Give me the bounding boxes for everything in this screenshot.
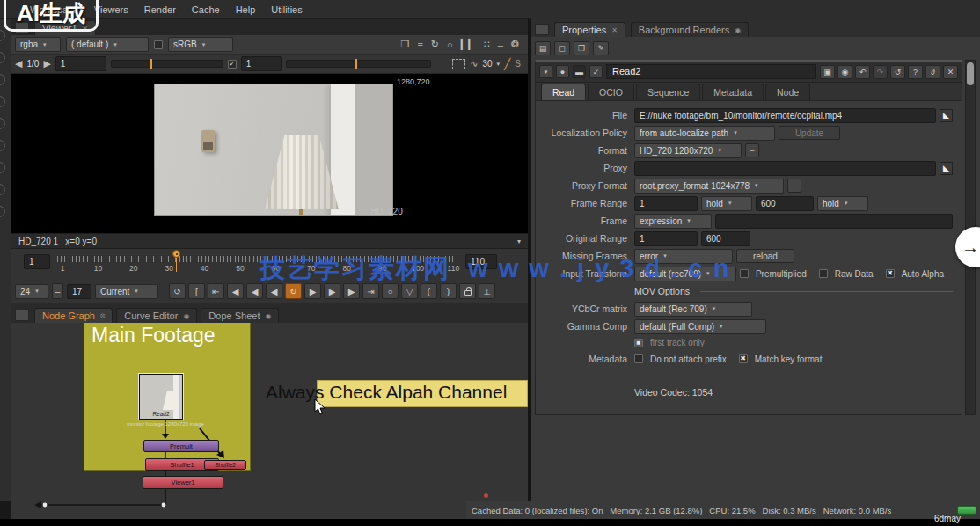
frame-number-field[interactable]: 1 — [55, 56, 106, 71]
menu-item-viewers[interactable]: Viewers — [94, 4, 128, 15]
scrollbar-thumb[interactable] — [967, 62, 974, 85]
node-tab-ocio[interactable]: OCIO — [588, 84, 634, 100]
refresh-icon[interactable]: ↻ — [431, 39, 439, 50]
play-forward-button[interactable]: ▶ — [304, 283, 321, 299]
original-range-start-field[interactable]: 1 — [634, 231, 698, 246]
display-transform-dropdown[interactable]: sRGB▾ — [168, 37, 233, 52]
export-button[interactable]: ⊥ — [479, 283, 495, 299]
goto-end-button[interactable]: ⇥ — [362, 283, 379, 299]
close-icon[interactable]: ✕ — [943, 65, 958, 79]
read-node[interactable]: Read2 — [139, 374, 183, 420]
playhead-pin[interactable] — [172, 250, 180, 258]
ycbcr-matrix-dropdown[interactable]: default (Rec 709)▾ — [634, 302, 752, 317]
toolbar-icon[interactable] — [0, 52, 5, 63]
gain-slider-handle[interactable] — [150, 59, 152, 69]
match-key-checkbox[interactable]: ✖ — [739, 354, 748, 363]
gain-slider[interactable] — [111, 60, 223, 68]
playback-mode-dropdown[interactable]: Current▾ — [95, 284, 158, 299]
wipe-icon[interactable]: ❐ — [401, 39, 410, 50]
close-icon[interactable]: ✕ — [611, 26, 618, 34]
chevron-down-icon[interactable]: ▾ — [497, 61, 501, 68]
pencil-icon[interactable]: ╱ — [504, 58, 510, 70]
viewer-node[interactable]: Viewer1 — [143, 476, 223, 489]
proxy-format-dropdown[interactable]: root.proxy_format 1024x778▾ — [634, 179, 784, 194]
missing-frames-dropdown[interactable]: error▾ — [634, 249, 733, 264]
input-transform-dropdown[interactable]: default (rec709)▾ — [634, 267, 736, 281]
script-icon[interactable]: ∂ — [925, 65, 940, 79]
layer-dropdown[interactable]: ( default )▾ — [66, 37, 149, 52]
proxy-icon[interactable]: ∷ — [484, 39, 490, 50]
goto-start-button[interactable]: ⇤ — [208, 283, 224, 299]
curve-icon[interactable]: ✓ — [589, 65, 603, 78]
next-input-icon[interactable]: ▶ — [43, 58, 50, 69]
tab-node-graph[interactable]: Node Graph ⦻ — [34, 308, 113, 323]
timeline[interactable]: 1 1102030405060708090100110 110 — [11, 249, 528, 280]
refresh-button[interactable]: ↺ — [169, 283, 186, 299]
viewer-canvas[interactable]: 1280,720 HD_720 — [11, 74, 528, 233]
copy-panel-icon[interactable]: ❐ — [574, 41, 589, 55]
menu-item-utilities[interactable]: Utilities — [271, 4, 302, 15]
frame-mode-dropdown[interactable]: expression▾ — [634, 214, 712, 229]
toolbar-icon[interactable] — [0, 96, 5, 107]
no-prefix-checkbox[interactable] — [634, 354, 643, 363]
premult-node[interactable]: Premult — [143, 440, 219, 452]
tab-curve-editor[interactable]: Curve Editor ◉ — [116, 308, 197, 323]
node-tab-sequence[interactable]: Sequence — [636, 84, 700, 100]
range-out-button[interactable]: ) — [440, 283, 457, 299]
skip-field[interactable]: 17 — [67, 284, 91, 299]
center-panel-icon[interactable]: ▣ — [820, 65, 835, 79]
record-icon[interactable]: ○ — [447, 40, 453, 50]
help-icon[interactable]: ? — [908, 65, 923, 79]
range-end-field[interactable]: 110 — [465, 254, 497, 269]
loop-mode-button[interactable]: ↻ — [285, 283, 302, 299]
play-backward-button[interactable]: ◀ — [266, 283, 282, 299]
chevron-down-icon[interactable]: ▾ — [517, 237, 521, 245]
node-tab-metadata[interactable]: Metadata — [702, 84, 764, 100]
frame-range-start-field[interactable]: 1 — [634, 196, 698, 211]
gain-value-field[interactable]: 1 — [241, 56, 282, 71]
node-color-icon[interactable]: ● — [556, 65, 569, 78]
format-dropdown[interactable]: HD_720 1280x720▾ — [634, 143, 742, 158]
auto-alpha-checkbox[interactable]: ✖ — [886, 269, 895, 278]
range-start-field[interactable]: 1 — [24, 254, 50, 269]
toolbar-icon[interactable] — [0, 162, 5, 173]
swatch-icon[interactable]: ▬ — [573, 65, 586, 78]
undo-icon[interactable]: ↶ — [855, 65, 870, 79]
premultiplied-checkbox[interactable] — [740, 269, 749, 278]
pause-icon[interactable]: ▎▎ — [461, 39, 476, 50]
target-icon[interactable]: ❂ — [511, 39, 519, 50]
prev-frame-button[interactable]: ◀ — [246, 283, 263, 299]
file-browser-icon[interactable]: ◣ — [940, 109, 953, 122]
edit-panel-icon[interactable]: ✎ — [593, 41, 609, 55]
record-button[interactable]: ○ — [382, 283, 399, 299]
update-button[interactable]: Update — [779, 126, 840, 140]
node-tab-read[interactable]: Read — [541, 84, 586, 100]
timeline-ruler[interactable]: 1102030405060708090100110 — [57, 252, 460, 274]
lock-panel-icon[interactable]: ◻ — [554, 41, 570, 55]
proxy-input[interactable] — [634, 161, 936, 176]
side-node[interactable]: Shuffle2 — [204, 460, 246, 470]
format-minus-button[interactable]: – — [745, 143, 759, 157]
file-browser-icon[interactable]: ◣ — [940, 162, 953, 175]
node-toolbar-strip[interactable] — [0, 19, 11, 501]
tab-dope-sheet[interactable]: Dope Sheet ◉ — [201, 308, 279, 323]
lock-range-button[interactable] — [459, 283, 476, 299]
viewer-checkbox[interactable] — [154, 40, 163, 49]
reload-button[interactable]: reload — [736, 249, 794, 263]
pan-zoom-icon[interactable]: ∿ — [470, 58, 478, 69]
prev-keyframe-button[interactable]: ◀ — [227, 283, 244, 299]
node-name-field[interactable]: Read2 — [606, 64, 816, 79]
toolbar-icon[interactable] — [0, 30, 5, 41]
gamma-slider[interactable] — [286, 60, 431, 68]
first-track-only-checkbox[interactable]: ■ — [634, 339, 643, 347]
node-graph-canvas[interactable]: Main Footage Read2 monitor footage 1280x… — [11, 323, 528, 519]
frame-range-end-field[interactable]: 600 — [756, 196, 814, 211]
fps-dropdown[interactable]: 24▾ — [15, 284, 48, 299]
redo-icon[interactable]: ↷ — [873, 65, 888, 79]
tab-properties[interactable]: Properties ✕ — [554, 22, 625, 37]
panel-menu-icon[interactable] — [15, 310, 29, 321]
toolbar-icon[interactable] — [0, 140, 5, 151]
toolbar-icon[interactable] — [0, 184, 5, 195]
frame-expression-input[interactable] — [715, 214, 953, 229]
file-input[interactable]: E://nuke footage/bm_10/monitor/remote/oc… — [634, 108, 936, 123]
